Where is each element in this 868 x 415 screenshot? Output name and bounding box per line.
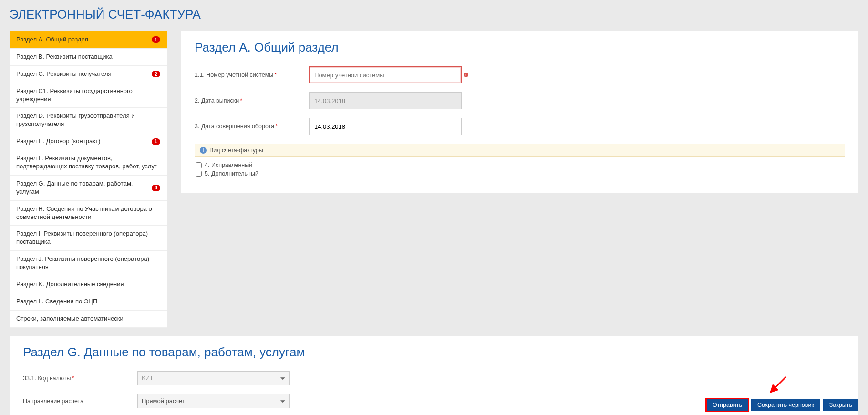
sidebar-item-7[interactable]: Раздел G. Данные по товарам, работам, ус… bbox=[10, 176, 167, 201]
sidebar-item-11[interactable]: Раздел K. Дополнительные сведения bbox=[10, 276, 167, 293]
sidebar-item-label: Раздел F. Реквизиты документов, подтверж… bbox=[16, 155, 160, 171]
section-a-title: Раздел A. Общий раздел bbox=[195, 40, 845, 55]
sidebar-item-label: Раздел А. Общий раздел bbox=[16, 36, 152, 44]
sidebar-item-6[interactable]: Раздел F. Реквизиты документов, подтверж… bbox=[10, 150, 167, 176]
section-nav-sidebar: Раздел А. Общий раздел1Раздел B. Реквизи… bbox=[10, 31, 167, 328]
sidebar-item-3[interactable]: Раздел C1. Реквизиты государственного уч… bbox=[10, 83, 167, 108]
checkbox-corrected[interactable]: 4. Исправленный bbox=[195, 162, 845, 168]
action-footer: Отправить Сохранить черновик Закрыть bbox=[0, 395, 868, 415]
section-a-panel: Раздел A. Общий раздел 1.1. Номер учетно… bbox=[181, 31, 858, 193]
error-count-badge: 1 bbox=[152, 36, 160, 43]
section-g-title: Раздел G. Данные по товарам, работам, ус… bbox=[23, 345, 845, 360]
sidebar-item-label: Раздел H. Сведения по Участникам договор… bbox=[16, 205, 160, 221]
sidebar-item-label: Раздел B. Реквизиты поставщика bbox=[16, 53, 160, 61]
send-button[interactable]: Отправить bbox=[706, 399, 748, 411]
sidebar-item-label: Раздел E. Договор (контракт) bbox=[16, 137, 152, 145]
checkbox-additional[interactable]: 5. Дополнительный bbox=[195, 170, 845, 177]
issue-date-input bbox=[309, 92, 462, 109]
page-title: ЭЛЕКТРОННЫЙ СЧЕТ-ФАКТУРА bbox=[10, 7, 858, 22]
sidebar-item-label: Раздел C. Реквизиты получателя bbox=[16, 70, 152, 78]
sidebar-item-label: Раздел I. Реквизиты поверенного (операто… bbox=[16, 230, 160, 246]
additional-checkbox[interactable] bbox=[196, 171, 202, 177]
close-button[interactable]: Закрыть bbox=[823, 399, 858, 411]
sidebar-item-label: Раздел C1. Реквизиты государственного уч… bbox=[16, 87, 160, 104]
save-draft-button[interactable]: Сохранить черновик bbox=[751, 399, 820, 411]
account-number-input[interactable] bbox=[309, 66, 462, 83]
field-label: 33.1. Код валюты* bbox=[23, 375, 137, 382]
turnover-date-input[interactable] bbox=[309, 118, 462, 135]
corrected-checkbox[interactable] bbox=[196, 162, 202, 168]
currency-select[interactable]: KZT bbox=[137, 371, 290, 385]
error-count-badge: 3 bbox=[152, 185, 160, 191]
field-row-currency: 33.1. Код валюты* KZT bbox=[23, 371, 845, 385]
field-row-issue-date: 2. Дата выписки* bbox=[195, 92, 845, 109]
invoice-type-label: Вид счета-фактуры bbox=[209, 147, 263, 154]
field-label: 2. Дата выписки* bbox=[195, 97, 309, 104]
error-count-badge: 1 bbox=[152, 138, 160, 145]
sidebar-item-4[interactable]: Раздел D. Реквизиты грузоотправителя и г… bbox=[10, 108, 167, 133]
sidebar-item-label: Раздел G. Данные по товарам, работам, ус… bbox=[16, 180, 152, 196]
invoice-type-info-bar: i Вид счета-фактуры bbox=[195, 144, 845, 157]
sidebar-item-label: Раздел L. Сведения по ЭЦП bbox=[16, 298, 160, 306]
sidebar-item-5[interactable]: Раздел E. Договор (контракт)1 bbox=[10, 133, 167, 150]
sidebar-item-1[interactable]: Раздел B. Реквизиты поставщика bbox=[10, 49, 167, 66]
sidebar-item-12[interactable]: Раздел L. Сведения по ЭЦП bbox=[10, 293, 167, 311]
sidebar-item-8[interactable]: Раздел H. Сведения по Участникам договор… bbox=[10, 201, 167, 226]
sidebar-item-0[interactable]: Раздел А. Общий раздел1 bbox=[10, 31, 167, 49]
page-header: ЭЛЕКТРОННЫЙ СЧЕТ-ФАКТУРА bbox=[0, 0, 868, 31]
sidebar-item-2[interactable]: Раздел C. Реквизиты получателя2 bbox=[10, 66, 167, 83]
sidebar-item-label: Раздел D. Реквизиты грузоотправителя и г… bbox=[16, 112, 160, 128]
field-label: 3. Дата совершения оборота* bbox=[195, 123, 309, 130]
error-indicator-icon: ! bbox=[464, 73, 468, 77]
sidebar-item-13[interactable]: Строки, заполняемые автоматически bbox=[10, 311, 167, 328]
field-row-account-number: 1.1. Номер учетной системы* ! bbox=[195, 66, 845, 83]
sidebar-item-10[interactable]: Раздел J. Реквизиты поверенного (операто… bbox=[10, 251, 167, 276]
sidebar-item-label: Строки, заполняемые автоматически bbox=[16, 315, 160, 323]
error-count-badge: 2 bbox=[152, 71, 160, 77]
info-icon: i bbox=[200, 147, 207, 154]
field-row-turnover-date: 3. Дата совершения оборота* bbox=[195, 118, 845, 135]
sidebar-item-label: Раздел J. Реквизиты поверенного (операто… bbox=[16, 255, 160, 271]
sidebar-item-label: Раздел K. Дополнительные сведения bbox=[16, 280, 160, 289]
sidebar-item-9[interactable]: Раздел I. Реквизиты поверенного (операто… bbox=[10, 226, 167, 251]
field-label: 1.1. Номер учетной системы* bbox=[195, 72, 309, 78]
